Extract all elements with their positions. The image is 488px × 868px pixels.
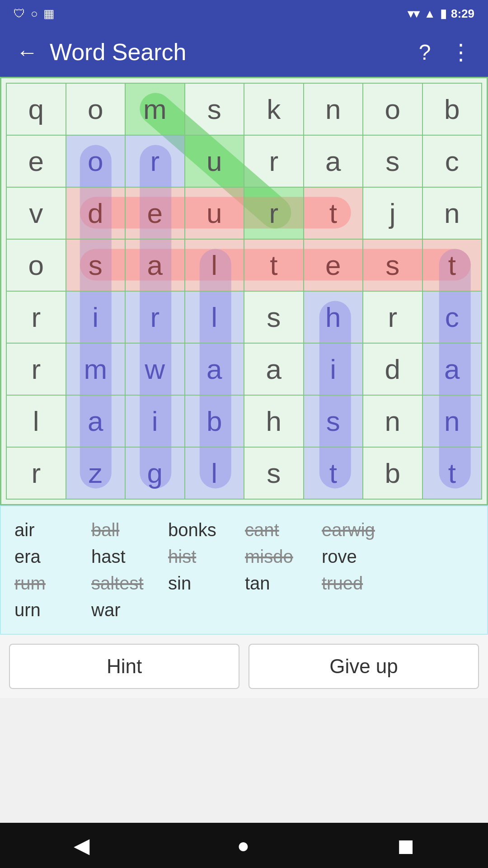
time: 8:29 — [451, 7, 474, 21]
help-button[interactable]: ? — [411, 40, 438, 65]
cell[interactable]: r — [363, 292, 423, 344]
cell[interactable]: r — [126, 292, 185, 344]
cell[interactable]: n — [304, 84, 364, 136]
word-item: hist — [168, 546, 245, 568]
cell[interactable]: q — [7, 84, 66, 136]
cell[interactable]: r — [244, 136, 304, 188]
back-nav-icon[interactable]: ◀ — [74, 833, 89, 858]
cell[interactable]: k — [244, 84, 304, 136]
cell[interactable]: w — [126, 344, 185, 396]
cell[interactable]: e — [7, 136, 66, 188]
button-row: Hint Give up — [0, 635, 488, 698]
word-item: bonks — [168, 519, 245, 541]
cell[interactable]: n — [423, 396, 483, 448]
cell[interactable]: n — [363, 396, 423, 448]
cell[interactable]: b — [185, 396, 245, 448]
word-item: war — [91, 599, 168, 621]
cell[interactable]: h — [304, 292, 364, 344]
word-item: sin — [168, 572, 245, 594]
word-item: earwig — [322, 519, 399, 541]
cell[interactable]: r — [126, 136, 185, 188]
cell[interactable]: u — [185, 136, 245, 188]
battery-icon: ▮ — [440, 7, 446, 21]
cell[interactable]: a — [423, 344, 483, 396]
cell[interactable]: u — [185, 188, 245, 240]
cell[interactable]: s — [244, 448, 304, 500]
home-nav-icon[interactable]: ● — [237, 833, 250, 858]
wifi-icon: ▾▾ — [408, 7, 419, 21]
back-button[interactable]: ← — [14, 40, 41, 65]
shield-icon: 🛡 — [14, 7, 25, 21]
letter-grid[interactable]: qomsknobeorurascvdeurtjnosaltestrirlshrc… — [6, 83, 482, 500]
cell[interactable]: s — [363, 136, 423, 188]
cell[interactable]: v — [7, 188, 66, 240]
bottom-nav: ◀ ● ◼ — [0, 823, 488, 868]
grid-container: qomsknobeorurascvdeurtjnosaltestrirlshrc… — [0, 77, 488, 505]
cell[interactable]: m — [66, 344, 126, 396]
cell[interactable]: d — [66, 188, 126, 240]
word-item: era — [14, 546, 91, 568]
cell[interactable]: i — [66, 292, 126, 344]
cell[interactable]: a — [185, 344, 245, 396]
word-item: saltest — [91, 572, 168, 594]
status-icons-left: 🛡 ○ ▦ — [14, 7, 55, 21]
cell[interactable]: a — [244, 344, 304, 396]
recents-nav-icon[interactable]: ◼ — [397, 833, 414, 858]
cell[interactable]: l — [7, 396, 66, 448]
word-item: rum — [14, 572, 91, 594]
word-item: rove — [322, 546, 399, 568]
cell[interactable]: j — [363, 188, 423, 240]
cell[interactable]: s — [66, 240, 126, 292]
cell[interactable]: c — [423, 292, 483, 344]
cell[interactable]: a — [66, 396, 126, 448]
cell[interactable]: i — [126, 396, 185, 448]
cell[interactable]: o — [66, 136, 126, 188]
cell[interactable]: o — [363, 84, 423, 136]
cell[interactable]: e — [304, 240, 364, 292]
cell[interactable]: n — [423, 188, 483, 240]
word-item: hast — [91, 546, 168, 568]
word-item: air — [14, 519, 91, 541]
cell[interactable]: a — [304, 136, 364, 188]
cell[interactable]: b — [423, 84, 483, 136]
word-item: cant — [245, 519, 322, 541]
word-item: tan — [245, 572, 322, 594]
cell[interactable]: s — [363, 240, 423, 292]
cell[interactable]: s — [185, 84, 245, 136]
word-item: trued — [322, 572, 399, 594]
cell[interactable]: l — [185, 292, 245, 344]
cell[interactable]: l — [185, 448, 245, 500]
menu-button[interactable]: ⋮ — [447, 39, 474, 65]
give-up-button[interactable]: Give up — [249, 644, 479, 689]
cell[interactable]: t — [423, 448, 483, 500]
cell[interactable]: d — [363, 344, 423, 396]
cell[interactable]: s — [304, 396, 364, 448]
cell[interactable]: o — [66, 84, 126, 136]
cell[interactable]: h — [244, 396, 304, 448]
hint-button[interactable]: Hint — [9, 644, 239, 689]
app-title: Word Search — [50, 38, 402, 66]
cell[interactable]: l — [185, 240, 245, 292]
word-item: misdo — [245, 546, 322, 568]
app-bar: ← Word Search ? ⋮ — [0, 27, 488, 77]
cell[interactable]: t — [304, 448, 364, 500]
cell[interactable]: m — [126, 84, 185, 136]
signal-icon: ▲ — [424, 7, 436, 21]
cell[interactable]: i — [304, 344, 364, 396]
cell[interactable]: r — [7, 292, 66, 344]
cell[interactable]: t — [244, 240, 304, 292]
cell[interactable]: r — [7, 448, 66, 500]
cell[interactable]: t — [423, 240, 483, 292]
circle-icon: ○ — [31, 7, 38, 21]
cell[interactable]: a — [126, 240, 185, 292]
cell[interactable]: t — [304, 188, 364, 240]
cell[interactable]: e — [126, 188, 185, 240]
cell[interactable]: g — [126, 448, 185, 500]
cell[interactable]: r — [7, 344, 66, 396]
cell[interactable]: s — [244, 292, 304, 344]
cell[interactable]: c — [423, 136, 483, 188]
cell[interactable]: b — [363, 448, 423, 500]
cell[interactable]: z — [66, 448, 126, 500]
cell[interactable]: r — [244, 188, 304, 240]
cell[interactable]: o — [7, 240, 66, 292]
